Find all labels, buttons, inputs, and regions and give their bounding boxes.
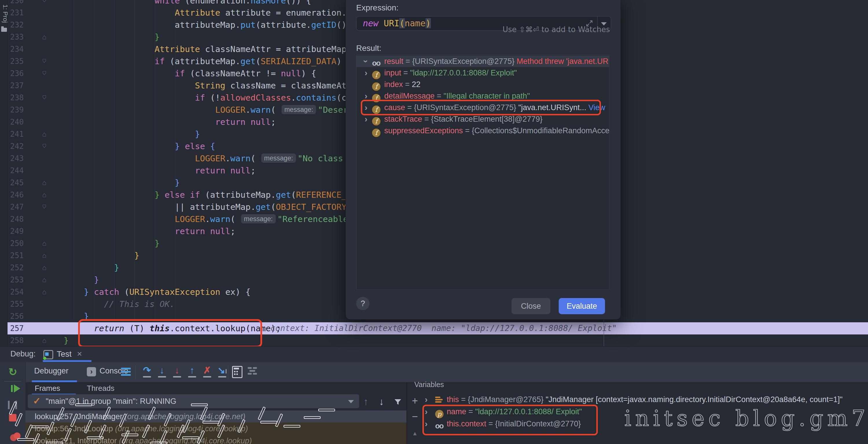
chevron-collapsed-icon[interactable]: › [425,418,428,430]
code-line-257[interactable]: 257return (T) this.context.lookup(name);… [7,322,868,335]
expression-label: Expression: [356,3,398,12]
fold-marker-icon[interactable]: ⌂ [40,286,49,298]
frame-row[interactable]: lookup:221, Interpolator (org.apache.log… [26,435,406,444]
debugger-toolbar: Debugger › Console ↷ ↓ ↓ ↑ ✗ ↘I [0,362,868,382]
frame-row[interactable]: lookup:56, JndiLookup (org.apache.loggin… [26,422,406,435]
result-tree-row-cause[interactable]: ›fcause = {URISyntaxException@2775} "jav… [356,102,609,113]
panel-divider[interactable] [406,382,407,444]
chevron-collapsed-icon[interactable]: › [425,406,428,418]
fold-marker-icon[interactable]: ⌂ [40,140,49,152]
line-number: 232 [7,19,24,31]
fold-marker-icon[interactable]: ⌂ [40,0,49,7]
result-tree-row-suppressedExceptions[interactable]: fsuppressedExceptions = {Collections$Unm… [356,125,609,136]
frame-row[interactable]: lookup:257, JndiManager (org.apache.logg… [26,410,406,422]
debug-label: Debug: [10,349,36,358]
tab-debugger[interactable]: Debugger [34,367,69,375]
result-tree[interactable]: ›ooresult = {URISyntaxException@2775} Me… [356,55,609,290]
line-number: 247 [7,201,24,213]
step-out-button[interactable]: ↑ [186,365,198,377]
code-line-258[interactable]: 258⌂} [7,335,868,346]
fold-marker-icon[interactable]: ⌂ [40,274,49,286]
restore-layout-icon[interactable] [121,368,131,376]
inline-debugger-hint: context: InitialDirContext@2770 name: "l… [271,322,617,335]
fold-marker-icon[interactable]: ⌂ [40,128,49,140]
line-number: 248 [7,213,24,225]
drop-frame-button[interactable]: ✗ [201,365,214,377]
close-button[interactable]: Close [512,298,550,314]
fold-marker-icon[interactable]: ⌂ [40,67,49,79]
tab-threads[interactable]: Threads [87,384,114,393]
line-number: 242 [7,140,24,152]
step-over-button[interactable]: ↷ [141,365,153,377]
next-frame-button[interactable]: ↓ [379,396,384,407]
evaluate-expression-dialog: Expression: new URI(name) Use ⇧⌘⏎ to add… [345,0,621,320]
field-icon: f [372,127,380,138]
chevron-collapsed-icon[interactable]: › [425,394,428,406]
fold-marker-icon[interactable]: ⌂ [40,31,49,43]
filter-icon[interactable] [394,398,402,406]
line-number: 243 [7,152,24,165]
fold-marker-icon[interactable]: ⌂ [40,177,49,189]
layout-settings-icon[interactable] [248,367,257,376]
chevron-collapsed-icon[interactable]: › [362,102,370,113]
result-tree-row-result[interactable]: ›ooresult = {URISyntaxException@2775} Me… [356,56,609,67]
line-number: 252 [7,262,24,274]
pause-button[interactable]: ❙❙ [0,400,26,409]
fold-marker-icon[interactable]: ⌂ [40,249,49,262]
chevron-expanded-icon[interactable]: › [362,56,370,67]
line-number: 250 [7,237,24,249]
line-number: 244 [7,165,24,177]
debug-left-toolbar: ↻ ❙❙ [0,362,26,444]
console-icon: › [87,367,96,376]
chevron-collapsed-icon[interactable]: › [362,113,370,125]
line-number: 256 [7,310,24,322]
line-number: 251 [7,249,24,262]
result-tree-row-input[interactable]: ›finput = "ldap://127.0.0.1:8088/ Exploi… [356,67,609,79]
stop-button[interactable] [0,414,26,422]
fold-marker-icon[interactable]: ⌂ [40,262,49,274]
line-number: 234 [7,43,24,55]
fold-marker-icon[interactable]: ⌂ [40,92,49,104]
tab-frames[interactable]: Frames [35,384,60,393]
tool-window-stripe: 1: Proj [0,0,8,346]
line-number: 253 [7,274,24,286]
chevron-down-icon [348,400,354,403]
chevron-collapsed-icon[interactable]: › [362,67,370,79]
ide-window: 1: Proj 230⌂while (enumeration.hasMore()… [0,0,868,444]
this-icon [435,396,443,408]
thread-selector[interactable]: ✓ "main"@1 in group "main": RUNNING [28,394,359,408]
move-watch-up-button[interactable]: ▲ [409,430,421,437]
view-breakpoints-button[interactable] [0,433,26,443]
line-number: 237 [7,79,24,92]
step-into-button[interactable]: ↓ [156,365,168,377]
line-number: 233 [7,31,24,43]
folder-icon [1,28,7,32]
result-tree-row-index[interactable]: findex = 22 [356,79,609,90]
previous-frame-button[interactable]: ↑ [363,396,368,407]
run-to-cursor-button[interactable]: ↘I [216,365,228,377]
line-number: 257 [7,322,24,335]
result-tree-row-stackTrace[interactable]: ›fstackTrace = {StackTraceElement[38]@27… [356,113,609,125]
add-watch-button[interactable]: + [409,395,421,407]
evaluate-expression-icon[interactable] [232,366,243,378]
add-to-watches-hint: Use ⇧⌘⏎ to add to Watches [503,25,610,34]
help-button[interactable]: ? [356,297,370,310]
variables-panel-label: Variables [414,380,444,389]
evaluate-button[interactable]: Evaluate [559,298,605,314]
force-step-into-button[interactable]: ↓ [171,365,183,377]
rerun-button[interactable]: ↻ [0,366,26,378]
fold-marker-icon[interactable]: ⌂ [40,237,49,249]
run-configuration-icon [43,350,53,359]
resume-button[interactable] [0,384,26,394]
line-number: 258 [7,335,24,346]
remove-watch-button[interactable]: − [409,410,421,422]
line-number: 245 [7,177,24,189]
fold-marker-icon[interactable]: ⌂ [40,189,49,201]
result-tree-row-detailMessage[interactable]: ›fdetailMessage = "Illegal character in … [356,90,609,102]
debug-toolwindow-header: Debug: Test × [0,346,868,362]
fold-marker-icon[interactable]: ⌂ [40,55,49,67]
chevron-collapsed-icon[interactable]: › [362,90,370,102]
fold-marker-icon[interactable]: ⌂ [40,335,49,346]
close-icon[interactable]: × [77,349,82,359]
fold-marker-icon[interactable]: ⌂ [40,201,49,213]
